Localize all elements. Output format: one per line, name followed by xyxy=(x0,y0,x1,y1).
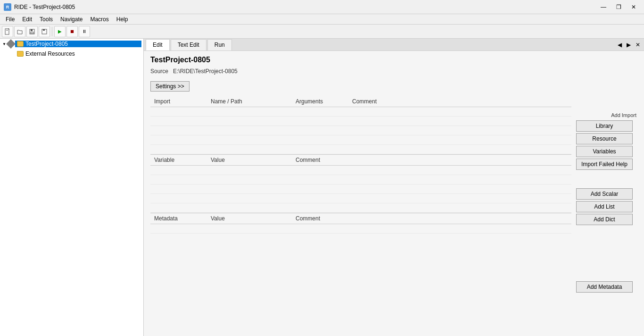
variable-empty-row-3 xyxy=(150,185,571,194)
add-scalar-button[interactable]: Add Scalar xyxy=(576,188,633,200)
metadata-col-value: Value xyxy=(207,213,292,224)
sidebar: ▼ TestProject-0805 External Resources xyxy=(0,39,144,336)
import-header-row: Import Name / Path Arguments Comment xyxy=(150,96,571,107)
app-icon: R xyxy=(4,3,11,11)
pause-button[interactable]: ⏸ xyxy=(79,26,90,37)
variable-col-comment: Comment xyxy=(292,155,571,166)
window-controls: — ❐ ✕ xyxy=(597,2,640,12)
variables-button[interactable]: Variables xyxy=(576,146,633,157)
svg-rect-6 xyxy=(43,29,45,31)
add-import-group: Add Import Library Resource Variables Im… xyxy=(576,112,637,170)
add-variable-group: Add Scalar Add List Add Dict xyxy=(576,188,637,225)
title-bar: R RIDE - TestProject-0805 — ❐ ✕ xyxy=(0,0,644,14)
save-button[interactable] xyxy=(39,26,50,37)
tab-run[interactable]: Run xyxy=(207,39,232,50)
svg-rect-0 xyxy=(5,29,9,34)
svg-rect-3 xyxy=(31,29,33,31)
variable-header-row: Variable Value Comment xyxy=(150,155,571,166)
title-text: R RIDE - TestProject-0805 xyxy=(4,3,75,11)
tab-nav: ◀ ▶ ✕ xyxy=(616,41,642,49)
import-col-comment: Comment xyxy=(348,96,571,107)
variable-empty-row-5 xyxy=(150,203,571,213)
minimize-button[interactable]: — xyxy=(597,2,610,12)
metadata-table: Metadata Value Comment xyxy=(150,213,571,234)
save-all-button[interactable] xyxy=(26,26,38,37)
content-area: Edit Text Edit Run ◀ ▶ ✕ TestProject-080… xyxy=(144,39,644,336)
import-empty-row-1 xyxy=(150,107,571,117)
source-label: Source xyxy=(150,68,168,75)
toolbar: ▶ ⏹ ⏸ xyxy=(0,25,644,39)
add-dict-button[interactable]: Add Dict xyxy=(576,214,633,225)
menu-tools[interactable]: Tools xyxy=(36,15,57,24)
menu-bar: File Edit Tools Navigate Macros Help xyxy=(0,14,644,25)
window-title: RIDE - TestProject-0805 xyxy=(14,4,75,10)
root-diamond-icon xyxy=(6,39,16,49)
external-resources-label: External Resources xyxy=(25,50,75,57)
source-row: Source E:\RIDE\TestProject-0805 xyxy=(150,68,571,75)
tab-bar: Edit Text Edit Run ◀ ▶ ✕ xyxy=(144,39,644,51)
source-value: E:\RIDE\TestProject-0805 xyxy=(173,68,238,75)
open-button[interactable] xyxy=(14,26,25,37)
editor-main: TestProject-0805 Source E:\RIDE\TestProj… xyxy=(150,56,571,331)
sidebar-item-external-resources[interactable]: External Resources xyxy=(14,49,143,59)
maximize-button[interactable]: ❐ xyxy=(612,2,625,12)
menu-navigate[interactable]: Navigate xyxy=(57,15,86,24)
svg-rect-4 xyxy=(31,32,33,34)
add-metadata-group: Add Metadata xyxy=(576,281,637,293)
resource-button[interactable]: Resource xyxy=(576,133,633,144)
metadata-header-row: Metadata Value Comment xyxy=(150,213,571,224)
import-empty-row-2 xyxy=(150,117,571,126)
add-import-label: Add Import xyxy=(576,112,637,118)
import-table: Import Name / Path Arguments Comment xyxy=(150,96,571,154)
tab-close-button[interactable]: ✕ xyxy=(634,41,642,49)
metadata-col-comment: Comment xyxy=(292,213,571,224)
metadata-empty-row-1 xyxy=(150,224,571,234)
add-metadata-button[interactable]: Add Metadata xyxy=(576,281,633,293)
new-button[interactable] xyxy=(2,26,13,37)
variable-col-value: Value xyxy=(207,155,292,166)
tab-edit[interactable]: Edit xyxy=(146,39,170,50)
import-col-import: Import xyxy=(150,96,207,107)
menu-file[interactable]: File xyxy=(2,15,18,24)
variable-col-variable: Variable xyxy=(150,155,207,166)
tab-prev-button[interactable]: ◀ xyxy=(616,41,624,49)
main-layout: ▼ TestProject-0805 External Resources Ed… xyxy=(0,39,644,336)
tab-text-edit[interactable]: Text Edit xyxy=(171,39,206,50)
toolbar-sep-1 xyxy=(52,27,52,36)
menu-help[interactable]: Help xyxy=(113,15,132,24)
import-empty-row-5 xyxy=(150,145,571,154)
import-col-namepath: Name / Path xyxy=(207,96,292,107)
project-title: TestProject-0805 xyxy=(150,56,571,64)
tab-next-button[interactable]: ▶ xyxy=(625,41,633,49)
tree-root: ▼ TestProject-0805 xyxy=(0,39,143,49)
menu-edit[interactable]: Edit xyxy=(18,15,36,24)
variable-empty-row-4 xyxy=(150,194,571,203)
close-button[interactable]: ✕ xyxy=(627,2,640,12)
tabs: Edit Text Edit Run xyxy=(146,39,233,50)
variable-empty-row-2 xyxy=(150,175,571,185)
run-button[interactable]: ▶ xyxy=(54,26,66,37)
import-col-arguments: Arguments xyxy=(292,96,348,107)
sidebar-item-testproject[interactable]: TestProject-0805 xyxy=(15,41,141,47)
add-list-button[interactable]: Add List xyxy=(576,201,633,212)
folder-icon xyxy=(17,41,24,47)
tree-children: External Resources xyxy=(0,49,143,59)
metadata-col-metadata: Metadata xyxy=(150,213,207,224)
stop-button[interactable]: ⏹ xyxy=(66,26,78,37)
import-empty-row-4 xyxy=(150,135,571,145)
settings-button[interactable]: Settings >> xyxy=(150,81,190,92)
editor-content: TestProject-0805 Source E:\RIDE\TestProj… xyxy=(144,51,644,336)
variable-empty-row-1 xyxy=(150,166,571,175)
project-label: TestProject-0805 xyxy=(25,41,68,47)
library-button[interactable]: Library xyxy=(576,120,633,132)
menu-macros[interactable]: Macros xyxy=(86,15,112,24)
import-empty-row-3 xyxy=(150,126,571,135)
editor-sidebar: Add Import Library Resource Variables Im… xyxy=(576,56,637,331)
variable-table: Variable Value Comment xyxy=(150,155,571,213)
external-folder-icon xyxy=(17,51,24,57)
import-failed-help-button[interactable]: Import Failed Help xyxy=(576,159,633,170)
